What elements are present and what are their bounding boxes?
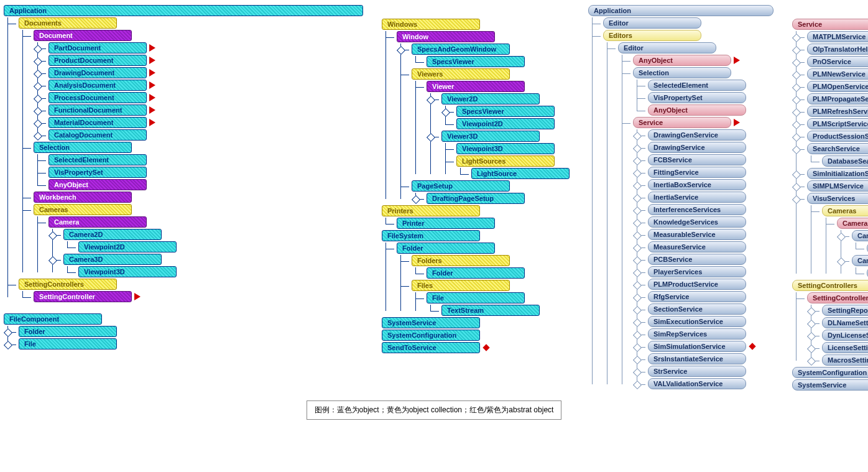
node-functionaldocument[interactable]: FunctionalDocument [48, 104, 147, 116]
node-r-editor2[interactable]: Editor [618, 42, 716, 53]
node-cameras[interactable]: Cameras [34, 204, 132, 215]
node-folder-c[interactable]: Folder [427, 267, 525, 279]
node-anyobject[interactable]: AnyObject [48, 179, 147, 190]
node-r-selectedelement[interactable]: SelectedElement [648, 80, 746, 91]
node-viewpoint2d-b[interactable]: Viewpoint2D [456, 118, 555, 129]
node-workbench[interactable]: Workbench [34, 192, 132, 203]
node-specsandgeomwindow[interactable]: SpecsAndGeomWindow [412, 44, 510, 55]
node-r-fittingservice[interactable]: FittingService [648, 167, 746, 178]
node-sendtoservice[interactable]: SendToService [382, 342, 480, 353]
node-viewer2d[interactable]: Viewer2D [441, 93, 540, 104]
node-r-plmnewservice[interactable]: PLMNewService [807, 68, 868, 80]
node-r-inertiaservice[interactable]: InertiaService [648, 192, 746, 203]
node-r-settingcontroller[interactable]: SettingController [807, 292, 868, 303]
node-window[interactable]: Window [397, 31, 495, 42]
node-catalogdocument[interactable]: CatalogDocument [48, 129, 147, 141]
node-r-measurableservice[interactable]: MeasurableService [648, 229, 746, 240]
node-r-playerservices[interactable]: PlayerServices [648, 266, 746, 277]
node-r-anyobject[interactable]: AnyObject [633, 55, 731, 66]
node-r-simplmservice[interactable]: SIMPLMService [807, 180, 868, 192]
node-r-camera3d[interactable]: Camera3D [852, 255, 868, 266]
node-filecomponent[interactable]: FileComponent [4, 313, 102, 325]
node-camera3d[interactable]: Camera3D [63, 254, 162, 265]
node-r-measureservice[interactable]: MeasureService [648, 241, 746, 252]
node-specsviewer[interactable]: SpecsViewer [427, 56, 525, 67]
node-printer[interactable]: Printer [397, 218, 495, 229]
node-textstream[interactable]: TextStream [441, 305, 540, 316]
node-r-editor[interactable]: Editor [603, 17, 701, 29]
node-filesystem[interactable]: FileSystem [382, 230, 480, 241]
node-selectedelement[interactable]: SelectedElement [48, 154, 147, 165]
node-camera2d[interactable]: Camera2D [63, 229, 162, 240]
node-r-dynlicensesettingatt[interactable]: DynLicenseSettingAtt [822, 330, 868, 341]
node-r-drawingservice[interactable]: DrawingService [648, 142, 746, 153]
node-r-strservice[interactable]: StrService [648, 366, 746, 377]
node-r-fcbservice[interactable]: FCBService [648, 154, 746, 165]
node-r-plmrefreshservice[interactable]: PLMRefreshService [807, 106, 868, 117]
node-materialdocument[interactable]: MaterialDocument [48, 117, 147, 128]
node-viewpoint3d-b[interactable]: Viewpoint3D [456, 143, 555, 154]
node-r-drawinggenservice[interactable]: DrawingGenService [648, 129, 746, 141]
node-camera[interactable]: Camera [48, 216, 147, 228]
node-systemservice[interactable]: SystemService [382, 317, 480, 328]
node-selection[interactable]: Selection [34, 142, 132, 153]
node-r-simsimulationservice[interactable]: SimSimulationService [648, 341, 746, 352]
node-r-sectionservice[interactable]: SectionService [648, 303, 746, 315]
node-r-application[interactable]: Application [588, 5, 773, 16]
node-r-olptranslatorhelper[interactable]: OlpTranslatorHelper [807, 44, 868, 55]
node-lightsources[interactable]: LightSources [456, 155, 555, 167]
node-vispropertyset[interactable]: VisPropertySet [48, 167, 147, 178]
node-specsviewer2[interactable]: SpecsViewer [456, 106, 555, 117]
node-r-valvalidationservice[interactable]: VALValidationService [648, 378, 746, 389]
node-r-cameras[interactable]: Cameras [822, 205, 868, 216]
node-file-b[interactable]: File [427, 292, 525, 303]
node-r-dlnamesettingatt[interactable]: DLNameSettingAtt [822, 317, 868, 328]
node-settingcontroller[interactable]: SettingController [34, 291, 132, 302]
node-pagesetup[interactable]: PageSetup [412, 180, 510, 192]
node-r-camera2d[interactable]: Camera2D [852, 230, 868, 241]
node-r-systemservice[interactable]: SystemService [792, 379, 868, 391]
node-viewpoint3d[interactable]: Viewpoint3D [78, 266, 177, 277]
node-viewer3d[interactable]: Viewer3D [441, 131, 540, 142]
node-document[interactable]: Document [34, 30, 132, 41]
node-file[interactable]: File [19, 338, 117, 349]
node-r-inertiaboxservice[interactable]: InertiaBoxService [648, 179, 746, 190]
node-draftingpagesetup[interactable]: DraftingPageSetup [427, 193, 525, 204]
node-r-systemconfiguration[interactable]: SystemConfiguration [792, 367, 868, 378]
node-r-rfgservice[interactable]: RfgService [648, 291, 746, 302]
node-r-visuservices[interactable]: VisuServices [807, 193, 868, 204]
node-settingcontrollers[interactable]: SettingControllers [19, 279, 117, 290]
node-viewer[interactable]: Viewer [427, 81, 525, 92]
node-drawingdocument[interactable]: DrawingDocument [48, 67, 147, 78]
node-r-knowledgeservices[interactable]: KnowledgeServices [648, 216, 746, 228]
node-windows[interactable]: Windows [382, 19, 480, 30]
node-r-databasesearch[interactable]: DatabaseSearch [822, 155, 868, 167]
node-r-searchservice[interactable]: SearchService [807, 143, 868, 154]
node-r-camera[interactable]: Camera [837, 218, 868, 229]
node-r-pnoservice[interactable]: PnOService [807, 56, 868, 67]
node-partdocument[interactable]: PartDocument [48, 42, 147, 53]
node-r-pcbservice[interactable]: PCBService [648, 254, 746, 265]
node-r-macrossettingatt[interactable]: MacrosSettingAtt [822, 354, 868, 366]
node-lightsource[interactable]: LightSource [471, 168, 570, 179]
node-r-siminitializationservice[interactable]: SimInitializationService [807, 168, 868, 179]
node-productdocument[interactable]: ProductDocument [48, 55, 147, 66]
node-r-licensesettingatt[interactable]: LicenseSettingAtt [822, 342, 868, 353]
node-r-anyobject2[interactable]: AnyObject [648, 104, 746, 116]
node-r-interferenceservices[interactable]: InterferenceServices [648, 204, 746, 215]
node-r-plmopenservice[interactable]: PLMOpenService [807, 81, 868, 92]
node-r-plmproductservice[interactable]: PLMProductService [648, 279, 746, 290]
node-printers[interactable]: Printers [382, 205, 480, 216]
node-r-vispropertyset[interactable]: VisPropertySet [648, 92, 746, 103]
node-r-service2[interactable]: Service [792, 19, 868, 30]
node-r-service[interactable]: Service [633, 117, 731, 128]
node-application[interactable]: Application [4, 5, 363, 16]
node-folder[interactable]: Folder [19, 326, 117, 337]
node-r-productsessionservice[interactable]: ProductSessionService [807, 131, 868, 142]
node-r-matplmservice[interactable]: MATPLMService [807, 31, 868, 42]
node-r-settingcontrollers[interactable]: SettingControllers [792, 280, 868, 291]
node-folders[interactable]: Folders [412, 255, 510, 266]
node-processdocument[interactable]: ProcessDocument [48, 92, 147, 103]
node-systemconfiguration[interactable]: SystemConfiguration [382, 330, 480, 341]
node-documents[interactable]: Documents [19, 17, 117, 29]
